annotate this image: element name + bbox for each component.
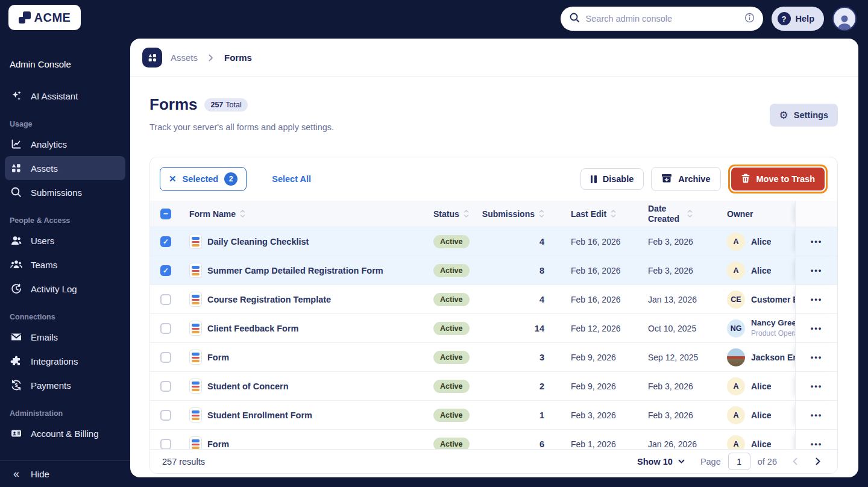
sidebar-item-analytics[interactable]: Analytics	[0, 132, 130, 156]
form-icon	[189, 234, 202, 249]
status-badge: Active	[433, 409, 470, 422]
form-name[interactable]: Client Feedback Form	[207, 324, 298, 333]
row-checkbox[interactable]	[160, 323, 171, 334]
owner-avatar: A	[727, 262, 745, 280]
sort-icon	[240, 209, 245, 218]
column-header-date-created[interactable]: Date Created	[632, 204, 714, 223]
acme-logo-icon	[19, 11, 31, 24]
row-checkbox[interactable]	[160, 410, 171, 421]
page-subtitle: Track your server's all forms and apply …	[149, 122, 334, 132]
last-edit-date: Feb 12, 2026	[554, 324, 632, 333]
owner-avatar: A	[727, 406, 745, 424]
form-name[interactable]: Course Registration Template	[207, 295, 331, 304]
archive-button[interactable]: Archive	[651, 167, 720, 191]
settings-button[interactable]: ⚙ Settings	[770, 104, 838, 127]
sidebar-item-submissions[interactable]: Submissions	[0, 180, 130, 204]
close-icon: ✕	[169, 174, 177, 184]
last-edit-date: Feb 16, 2026	[554, 295, 632, 304]
select-all-link[interactable]: Select All	[272, 174, 311, 184]
form-name[interactable]: Daily Cleaning Checklist	[207, 237, 309, 247]
disable-label: Disable	[603, 174, 634, 184]
page-number-input[interactable]	[728, 453, 750, 470]
assets-breadcrumb-icon	[142, 48, 162, 68]
row-actions-button[interactable]: •••	[795, 314, 837, 342]
row-checkbox[interactable]	[160, 381, 171, 392]
form-name[interactable]: Student of Concern	[207, 382, 289, 391]
select-all-checkbox[interactable]	[160, 209, 171, 219]
sidebar-item-users[interactable]: Users	[0, 228, 130, 253]
info-icon[interactable]	[744, 13, 755, 25]
sidebar-item-ai-assistant[interactable]: AI Assistant	[0, 84, 130, 108]
owner-avatar: A	[727, 377, 745, 395]
form-icon	[189, 321, 202, 336]
form-name[interactable]: Student Enrollment Form	[207, 410, 312, 420]
sidebar-item-integrations[interactable]: Integrations	[0, 349, 130, 373]
move-to-trash-label: Move to Trash	[756, 174, 816, 184]
row-checkbox[interactable]	[160, 294, 171, 305]
sidebar-item-payments[interactable]: $ Payments	[0, 373, 130, 397]
row-checkbox[interactable]	[160, 352, 171, 363]
page-title: Forms	[149, 95, 197, 114]
sidebar-item-label: Assets	[31, 163, 58, 174]
sidebar-item-assets[interactable]: Assets	[5, 156, 125, 180]
table-body: Daily Cleaning Checklist Active 4 Feb 16…	[150, 227, 837, 449]
ellipsis-icon: •••	[811, 382, 823, 391]
ellipsis-icon: •••	[811, 295, 823, 304]
move-to-trash-button[interactable]: Move to Trash	[731, 168, 825, 190]
sidebar-item-emails[interactable]: Emails	[0, 325, 130, 349]
search-input[interactable]	[586, 14, 738, 24]
bulk-actions-toolbar: ✕ Selected 2 Select All Disable Archive	[150, 157, 837, 201]
row-actions-button[interactable]: •••	[795, 401, 837, 429]
owner-avatar: A	[727, 435, 745, 450]
row-actions-button[interactable]: •••	[795, 227, 837, 256]
breadcrumb-assets[interactable]: Assets	[171, 52, 198, 63]
sidebar-item-activity-log[interactable]: Activity Log	[0, 277, 130, 301]
last-edit-date: Feb 16, 2026	[554, 237, 632, 247]
table-row: Student of Concern Active 2 Feb 9, 2026 …	[150, 372, 837, 401]
trash-icon	[741, 173, 750, 185]
help-button[interactable]: ? Help	[772, 7, 824, 31]
next-page-button[interactable]	[816, 457, 820, 465]
sort-icon	[539, 209, 544, 218]
row-actions-button[interactable]: •••	[795, 430, 837, 449]
chevron-down-icon	[678, 459, 685, 463]
owner-name: Nancy Green	[751, 318, 795, 327]
status-badge: Active	[433, 293, 470, 306]
last-edit-date: Feb 3, 2026	[554, 410, 632, 420]
row-checkbox[interactable]	[160, 265, 171, 276]
payments-icon: $	[10, 379, 23, 391]
sidebar-item-account-billing[interactable]: Account & Billing	[0, 421, 130, 445]
acme-logo[interactable]: ACME	[8, 5, 81, 30]
page-size-select[interactable]: Show 10	[637, 457, 685, 467]
row-checkbox[interactable]	[160, 439, 171, 450]
form-name[interactable]: Form	[207, 353, 229, 362]
date-created: Feb 3, 2026	[632, 382, 714, 391]
admin-search[interactable]	[561, 7, 763, 31]
user-avatar[interactable]	[832, 7, 857, 31]
column-header-form-name[interactable]: Form Name	[181, 209, 433, 219]
row-actions-button[interactable]: •••	[795, 343, 837, 371]
row-actions-button[interactable]: •••	[795, 285, 837, 313]
column-header-owner[interactable]: Owner	[714, 209, 795, 219]
submissions-count: 8	[500, 266, 554, 275]
clear-selection-button[interactable]: ✕ Selected 2	[160, 167, 247, 191]
sidebar-item-teams[interactable]: Teams	[0, 253, 130, 277]
previous-page-button[interactable]	[793, 457, 797, 465]
form-icon	[189, 350, 202, 365]
column-header-last-edit[interactable]: Last Edit	[554, 209, 632, 219]
column-header-submissions[interactable]: Submissions	[468, 209, 554, 219]
table-row: Client Feedback Form Active 14 Feb 12, 2…	[150, 314, 837, 343]
form-name[interactable]: Summer Camp Detailed Registration Form	[207, 266, 383, 275]
form-name[interactable]: Form	[207, 439, 229, 449]
row-actions-button[interactable]: •••	[795, 372, 837, 400]
forms-panel: ✕ Selected 2 Select All Disable Archive	[149, 157, 838, 474]
question-icon: ?	[778, 12, 791, 25]
sidebar-hide-button[interactable]: « Hide	[0, 460, 130, 487]
disable-button[interactable]: Disable	[580, 168, 644, 190]
row-actions-button[interactable]: •••	[795, 256, 837, 284]
row-checkbox[interactable]	[160, 236, 171, 247]
topbar: ACME ? Help	[0, 0, 868, 37]
archive-label: Archive	[678, 174, 710, 184]
hide-label: Hide	[31, 469, 49, 479]
svg-text:$: $	[14, 382, 17, 388]
